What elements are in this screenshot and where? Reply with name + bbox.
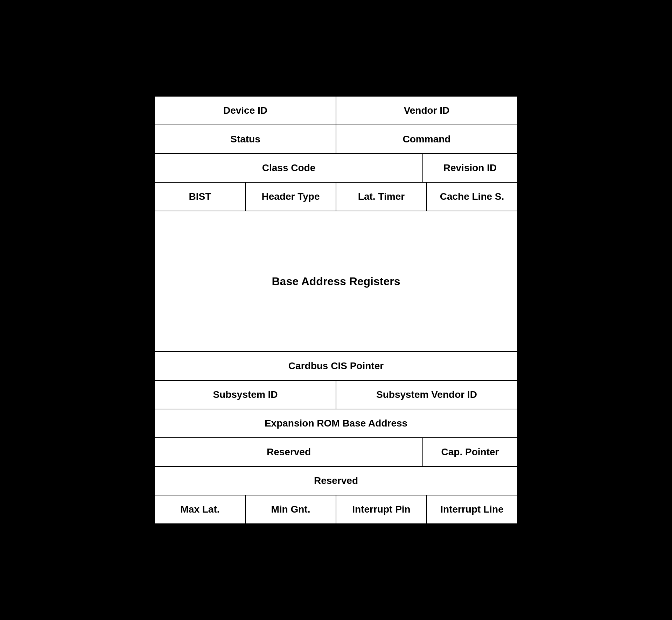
cache-line-label: Cache Line S. — [440, 191, 504, 202]
header-type-cell: Header Type — [246, 183, 336, 211]
cardbus-cell: Cardbus CIS Pointer — [155, 352, 517, 380]
class-code-cell: Class Code — [155, 154, 423, 182]
row-bar: Base Address Registers — [155, 211, 517, 352]
min-gnt-cell: Min Gnt. — [246, 495, 336, 523]
vendor-id-cell: Vendor ID — [336, 97, 517, 125]
expansion-rom-cell: Expansion ROM Base Address — [155, 409, 517, 437]
status-label: Status — [230, 134, 260, 145]
row-interrupts: Max Lat. Min Gnt. Interrupt Pin Interrup… — [155, 495, 517, 523]
row-expansion-rom: Expansion ROM Base Address — [155, 409, 517, 438]
cap-pointer-label: Cap. Pointer — [441, 446, 499, 458]
row-status-command: Status Command — [155, 125, 517, 154]
row-classcode-revisionid: Class Code Revision ID — [155, 154, 517, 183]
subsystem-vendor-id-label: Subsystem Vendor ID — [376, 389, 477, 400]
class-code-label: Class Code — [262, 162, 316, 174]
revision-id-label: Revision ID — [443, 162, 497, 174]
min-gnt-label: Min Gnt. — [271, 504, 310, 515]
lat-timer-cell: Lat. Timer — [336, 183, 427, 211]
vendor-id-label: Vendor ID — [404, 105, 450, 116]
subsystem-id-cell: Subsystem ID — [155, 381, 336, 409]
command-label: Command — [403, 134, 451, 145]
cache-line-cell: Cache Line S. — [427, 183, 517, 211]
interrupt-pin-cell: Interrupt Pin — [336, 495, 427, 523]
device-id-label: Device ID — [223, 105, 267, 116]
bar-label: Base Address Registers — [272, 275, 400, 288]
pci-config-space-table: Device ID Vendor ID Status Command Class… — [154, 96, 518, 524]
subsystem-vendor-id-cell: Subsystem Vendor ID — [336, 381, 517, 409]
reserved1-cell: Reserved — [155, 438, 423, 466]
device-id-cell: Device ID — [155, 97, 336, 125]
reserved2-cell: Reserved — [155, 467, 517, 495]
expansion-rom-label: Expansion ROM Base Address — [265, 418, 407, 429]
subsystem-id-label: Subsystem ID — [213, 389, 278, 400]
header-type-label: Header Type — [262, 191, 320, 202]
interrupt-line-label: Interrupt Line — [440, 504, 503, 515]
max-lat-label: Max Lat. — [180, 504, 219, 515]
cardbus-label: Cardbus CIS Pointer — [288, 360, 384, 372]
bist-label: BIST — [189, 191, 211, 202]
cap-pointer-cell: Cap. Pointer — [423, 438, 517, 466]
reserved1-label: Reserved — [267, 446, 311, 458]
bist-cell: BIST — [155, 183, 246, 211]
row-bist-header-lat-cache: BIST Header Type Lat. Timer Cache Line S… — [155, 183, 517, 211]
max-lat-cell: Max Lat. — [155, 495, 246, 523]
reserved2-label: Reserved — [314, 475, 358, 486]
row-reserved2: Reserved — [155, 467, 517, 495]
command-cell: Command — [336, 125, 517, 153]
row-subsystem: Subsystem ID Subsystem Vendor ID — [155, 381, 517, 409]
lat-timer-label: Lat. Timer — [358, 191, 405, 202]
row-cardbus: Cardbus CIS Pointer — [155, 352, 517, 381]
interrupt-pin-label: Interrupt Pin — [352, 504, 410, 515]
row-reserved-cap: Reserved Cap. Pointer — [155, 438, 517, 467]
bar-cell: Base Address Registers — [155, 211, 517, 351]
row-device-vendor: Device ID Vendor ID — [155, 97, 517, 125]
interrupt-line-cell: Interrupt Line — [427, 495, 517, 523]
status-cell: Status — [155, 125, 336, 153]
revision-id-cell: Revision ID — [423, 154, 517, 182]
